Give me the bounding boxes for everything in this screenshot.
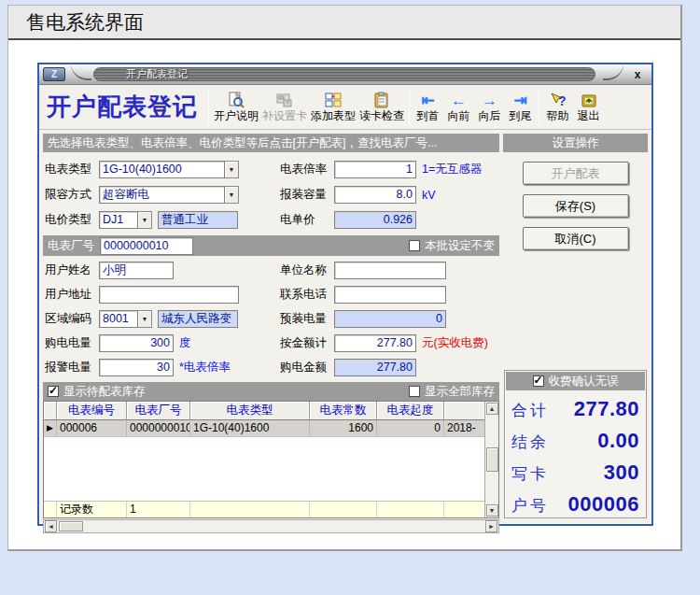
show-all-stock-toggle[interactable]: 显示全部库存	[409, 384, 495, 400]
help-button[interactable]: ? 帮助	[542, 90, 573, 124]
form-heading: 开户配表登记	[47, 91, 198, 123]
write-card-value: 300	[604, 460, 639, 485]
purchase-amount-label: 购电金额	[280, 360, 334, 375]
scroll-right-icon[interactable]: ►	[485, 520, 497, 532]
scroll-left-icon[interactable]: ◄	[45, 520, 57, 532]
table-horizontal-scrollbar[interactable]: ◄ ►	[43, 519, 499, 533]
supplement-card-button[interactable]: * 补设置卡	[260, 90, 309, 124]
phone-input[interactable]	[334, 286, 446, 304]
table-row[interactable]: ▶ 000006 0000000010 1G-10(40)1600 1600 0…	[44, 420, 498, 437]
close-icon[interactable]: x	[623, 68, 651, 81]
limit-mode-label: 限容方式	[45, 187, 99, 203]
go-next-button[interactable]: → 向后	[474, 90, 505, 124]
user-name-input[interactable]: 小明	[99, 262, 174, 279]
status-hint-bar: 先选择电表类型、电表倍率、电价类型等后点击[开户配表]，查找电表厂号...	[43, 134, 499, 152]
row-marker-header	[44, 402, 57, 420]
alarm-qty-input[interactable]: 30	[99, 359, 174, 376]
meter-type-select[interactable]: 1G-10(40)1600 ▼	[99, 161, 239, 178]
open-account-help-button[interactable]: 开户说明	[212, 90, 260, 124]
table-vertical-scrollbar[interactable]: ▲ ▼	[484, 402, 498, 517]
scroll-up-icon[interactable]: ▲	[486, 403, 498, 415]
capacity-input[interactable]: 8.0	[334, 186, 416, 204]
write-card-label: 写卡	[511, 463, 549, 485]
stock-filter-bar: 显示待配表库存 显示全部库存	[43, 382, 499, 401]
show-pending-stock-toggle[interactable]: 显示待配表库存	[48, 384, 146, 400]
account-no-value: 000006	[568, 492, 639, 517]
cell-meter-constant: 1600	[310, 420, 377, 436]
cancel-button[interactable]: 取消(C)	[523, 227, 629, 250]
go-first-button[interactable]: ⇤ 到首	[413, 90, 443, 124]
cell-factory-no: 0000000010	[127, 420, 190, 436]
show-all-checkbox[interactable]	[409, 386, 420, 397]
footer-cell	[377, 502, 444, 517]
fee-confirm-checkbox[interactable]	[533, 375, 544, 387]
go-last-button[interactable]: ⇥ 到尾	[505, 90, 536, 124]
by-amount-input[interactable]: 277.80	[334, 334, 416, 352]
toolbar-button-label: 向后	[479, 109, 501, 122]
area-code-select[interactable]: 8001 ▼	[99, 310, 152, 328]
limit-mode-select[interactable]: 超容断电 ▼	[99, 186, 239, 204]
chevron-down-icon[interactable]: ▼	[225, 161, 239, 178]
exit-button[interactable]: 退出	[573, 90, 604, 124]
toolbar-button-label: 帮助	[547, 109, 569, 122]
clipboard-icon	[372, 92, 391, 109]
batch-fixed-checkbox[interactable]	[409, 240, 420, 251]
settings-panel: 设置操作 开户配表 保存(S) 取消(C) 收费确认无误 合计 277.80 结…	[503, 134, 648, 520]
factory-no-label: 电表厂号	[48, 238, 94, 254]
open-account-meter-button[interactable]: 开户配表	[523, 162, 629, 185]
table-header-row: 电表编号 电表厂号 电表类型 电表常数 电表起度	[44, 402, 498, 420]
toolbar: 开户配表登记 开户说明 * 补设置卡 + 添加表型	[39, 85, 651, 130]
toolbar-separator	[539, 89, 539, 125]
limit-mode-value: 超容断电	[99, 186, 225, 204]
chevron-down-icon[interactable]: ▼	[138, 310, 152, 328]
summary-row-balance: 结余 0.00	[505, 423, 646, 455]
summary-row-total: 合计 277.80	[505, 391, 646, 423]
show-pending-checkbox[interactable]	[48, 386, 59, 397]
show-all-label: 显示全部库存	[425, 384, 495, 400]
unit-name-label: 单位名称	[280, 262, 334, 278]
record-count-value: 1	[127, 502, 190, 517]
col-meter-no[interactable]: 电表编号	[57, 402, 127, 420]
col-meter-type[interactable]: 电表类型	[190, 402, 310, 420]
add-meter-type-button[interactable]: + 添加表型	[309, 90, 357, 124]
user-name-label: 用户姓名	[45, 262, 99, 278]
chevron-down-icon[interactable]: ▼	[138, 211, 152, 229]
doc-magnifier-icon	[227, 92, 245, 109]
purchase-qty-input[interactable]: 300	[99, 334, 174, 352]
cell-meter-no: 000006	[57, 420, 127, 436]
user-addr-label: 用户地址	[45, 287, 99, 303]
col-extra[interactable]	[444, 402, 486, 420]
fee-summary-box: 收费确认无误 合计 277.80 结余 0.00 写卡 300 户号 00000…	[504, 370, 647, 518]
price-type-label: 电价类型	[45, 212, 99, 228]
scroll-thumb[interactable]	[59, 521, 83, 531]
col-meter-start[interactable]: 电表起度	[377, 402, 444, 420]
preload-qty-label: 预装电量	[280, 311, 334, 327]
total-label: 合计	[511, 400, 549, 421]
footer-marker	[44, 502, 57, 517]
scroll-down-icon[interactable]: ▼	[486, 504, 498, 517]
exit-icon	[580, 92, 598, 109]
col-factory-no[interactable]: 电表厂号	[127, 402, 190, 420]
meter-type-value: 1G-10(40)1600	[99, 161, 225, 178]
meter-type-label: 电表类型	[45, 162, 99, 177]
save-button[interactable]: 保存(S)	[523, 194, 629, 218]
toolbar-button-label: 到尾	[510, 109, 532, 122]
unit-name-input[interactable]	[334, 262, 446, 279]
phone-label: 联系电话	[280, 287, 334, 303]
read-card-check-button[interactable]: 读卡检查	[357, 90, 406, 124]
prev-arrow-icon: ←	[451, 92, 467, 109]
factory-no-input[interactable]: 0000000010	[100, 237, 193, 255]
toolbar-separator	[409, 89, 410, 125]
user-info-form: 用户姓名 小明 单位名称 用户地址 联系电话	[43, 256, 499, 377]
price-type-select[interactable]: DJ1 ▼	[99, 211, 152, 229]
meter-ratio-input[interactable]: 1	[334, 161, 416, 178]
help-icon: ?	[549, 92, 567, 109]
total-value: 277.80	[574, 397, 639, 421]
col-meter-constant[interactable]: 电表常数	[310, 402, 377, 420]
page-title: 售电系统界面	[8, 6, 680, 40]
user-addr-input[interactable]	[99, 286, 239, 304]
chevron-down-icon[interactable]: ▼	[225, 186, 239, 204]
go-previous-button[interactable]: ← 向前	[443, 90, 474, 124]
scroll-thumb[interactable]	[486, 447, 498, 472]
toolbar-button-label: 退出	[578, 109, 600, 122]
